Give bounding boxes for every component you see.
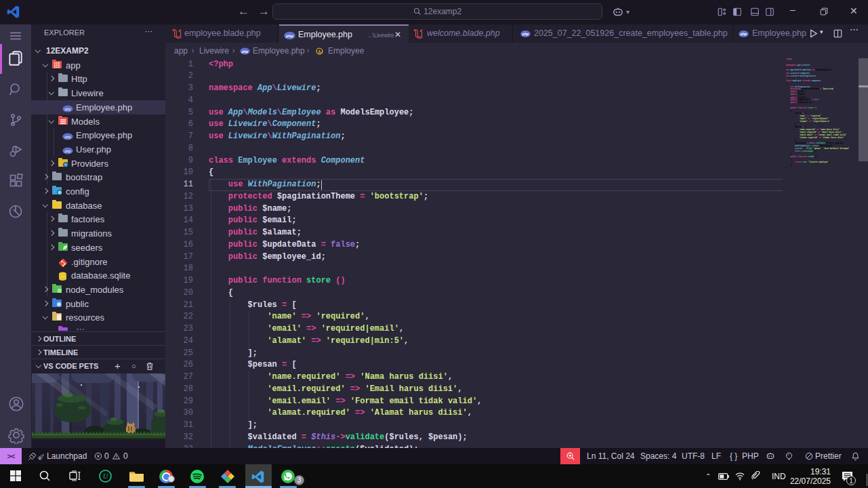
svg-text:php: php — [241, 49, 248, 54]
svg-text:php: php — [65, 135, 71, 139]
svg-text:php: php — [740, 32, 747, 36]
svg-text:php: php — [285, 34, 293, 38]
svg-text:U: U — [103, 472, 109, 480]
svg-text:php: php — [522, 32, 529, 36]
svg-text:php: php — [65, 148, 71, 152]
svg-text:php: php — [65, 106, 71, 110]
